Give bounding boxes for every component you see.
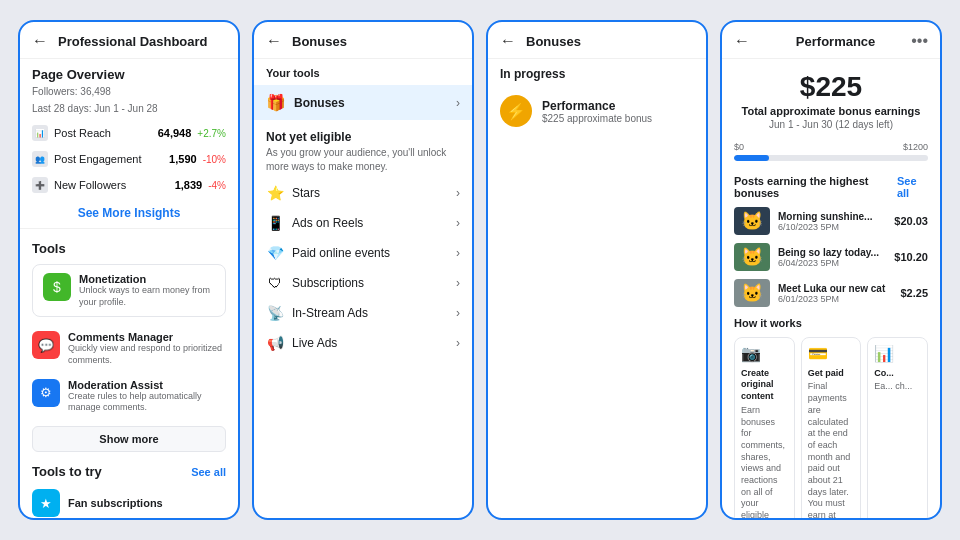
post-date-2: 6/04/2023 5PM [778,258,886,268]
post-reach-change: +2.7% [197,128,226,139]
comments-manager-item[interactable]: 💬 Comments Manager Quickly view and resp… [20,325,238,372]
extra-card-text: Ea... ch... [874,381,921,393]
progress-bar-labels: $0 $1200 [734,142,928,152]
stars-label: Stars [292,186,320,200]
earnings-label: Total approximate bonus earnings [722,105,940,117]
followers-count: Followers: 36,498 [20,84,238,103]
screen-performance: ← Performance ••• $225 Total approximate… [720,20,942,520]
ads-reels-chevron: › [456,216,460,230]
live-ads-item[interactable]: 📢 Live Ads › [254,328,472,358]
paid-events-label: Paid online events [292,246,390,260]
post-date-1: 6/10/2023 5PM [778,222,886,232]
post-amount-2: $10.20 [894,251,928,263]
post-info-3: Meet Luka our new cat 6/01/2023 5PM [778,283,892,304]
instream-left: 📡 In-Stream Ads [266,305,368,321]
performance-progress-item[interactable]: ⚡ Performance $225 approximate bonus [488,85,706,137]
performance-progress-info: Performance $225 approximate bonus [542,99,652,124]
ads-reels-icon: 📱 [266,215,284,231]
tools-title: Tools [32,237,226,260]
create-content-text: Earn bonuses for comments, shares, views… [741,405,788,520]
bonuses-label: Bonuses [294,96,345,110]
moderation-assist-subtitle: Create rules to help automatically manag… [68,391,226,414]
not-eligible-subtitle: As you grow your audience, you'll unlock… [266,146,460,174]
tools-section: Tools $ Monetization Unlock ways to earn… [20,229,238,325]
how-card-create: 📷 Create original content Earn bonuses f… [734,337,795,520]
your-tools-label: Your tools [254,59,472,83]
new-followers-row: ➕ New Followers 1,839 -4% [20,172,238,198]
post-thumb-2: 🐱 [734,243,770,271]
screen-professional-dashboard: ← Professional Dashboard Page Overview F… [18,20,240,520]
post-reach-label: Post Reach [54,127,111,139]
how-card-getpaid: 💳 Get paid Final payments are calculated… [801,337,862,520]
create-content-icon: 📷 [741,344,788,365]
posts-earning-title: Posts earning the highest bonuses [734,175,897,199]
earnings-date: Jun 1 - Jun 30 (12 days left) [722,117,940,138]
post-row-2[interactable]: 🐱 Being so lazy today... 6/04/2023 5PM $… [722,239,940,275]
post-row-1[interactable]: 🐱 Morning sunshine... 6/10/2023 5PM $20.… [722,203,940,239]
new-followers-value: 1,839 [175,179,203,191]
progress-bar-container: $0 $1200 [722,138,940,169]
post-title-1: Morning sunshine... [778,211,886,222]
instream-label: In-Stream Ads [292,306,368,320]
how-it-works-cards: 📷 Create original content Earn bonuses f… [722,333,940,520]
screen3-title: Bonuses [526,34,581,49]
ads-reels-label: Ads on Reels [292,216,363,230]
post-engagement-label: Post Engagement [54,153,141,165]
fan-subscriptions-item[interactable]: ★ Fan subscriptions [20,483,238,520]
moderation-assist-icon: ⚙ [32,379,60,407]
subscriptions-item[interactable]: 🛡 Subscriptions › [254,268,472,298]
stars-item[interactable]: ⭐ Stars › [254,178,472,208]
tools-try-header: Tools to try See all [20,458,238,483]
back-arrow-icon[interactable]: ← [734,32,750,50]
progress-bar-fill [734,155,769,161]
stars-icon: ⭐ [266,185,284,201]
performance-progress-title: Performance [542,99,652,113]
get-paid-icon: 💳 [808,344,855,365]
posts-see-all[interactable]: See all [897,175,928,199]
paid-events-item[interactable]: 💎 Paid online events › [254,238,472,268]
bonuses-active-item[interactable]: 🎁 Bonuses › [254,85,472,120]
see-more-insights-button[interactable]: See More Insights [20,198,238,228]
tools-try-title: Tools to try [32,464,102,479]
ads-reels-left: 📱 Ads on Reels [266,215,363,231]
performance-progress-subtitle: $225 approximate bonus [542,113,652,124]
screen2-title: Bonuses [292,34,347,49]
post-amount-3: $2.25 [900,287,928,299]
subscriptions-left: 🛡 Subscriptions [266,275,364,291]
more-options-icon[interactable]: ••• [911,32,928,50]
new-followers-label: New Followers [54,179,126,191]
subscriptions-label: Subscriptions [292,276,364,290]
instream-ads-item[interactable]: 📡 In-Stream Ads › [254,298,472,328]
progress-bar-start: $0 [734,142,744,152]
subscriptions-chevron: › [456,276,460,290]
paid-events-icon: 💎 [266,245,284,261]
tools-try-see-all[interactable]: See all [191,466,226,478]
post-date-3: 6/01/2023 5PM [778,294,892,304]
ads-on-reels-item[interactable]: 📱 Ads on Reels › [254,208,472,238]
in-progress-label: In progress [488,59,706,85]
live-ads-label: Live Ads [292,336,337,350]
instream-chevron: › [456,306,460,320]
back-arrow-icon[interactable]: ← [500,32,516,50]
live-ads-chevron: › [456,336,460,350]
live-ads-left: 📢 Live Ads [266,335,337,351]
extra-card-title: Co... [874,368,921,380]
subscriptions-icon: 🛡 [266,275,284,291]
chevron-right-icon: › [456,96,460,110]
post-row-3[interactable]: 🐱 Meet Luka our new cat 6/01/2023 5PM $2… [722,275,940,311]
moderation-assist-item[interactable]: ⚙ Moderation Assist Create rules to help… [20,373,238,420]
performance-title: Performance [796,34,875,49]
new-followers-change: -4% [208,180,226,191]
fan-subscriptions-icon: ★ [32,489,60,517]
performance-progress-icon: ⚡ [500,95,532,127]
monetization-card[interactable]: $ Monetization Unlock ways to earn money… [32,264,226,317]
back-arrow-icon[interactable]: ← [32,32,48,50]
post-engagement-change: -10% [203,154,226,165]
show-more-button[interactable]: Show more [32,426,226,452]
extra-card-icon: 📊 [874,344,921,365]
comments-manager-subtitle: Quickly view and respond to prioritized … [68,343,226,366]
progress-bar-track [734,155,928,161]
comments-manager-icon: 💬 [32,331,60,359]
back-arrow-icon[interactable]: ← [266,32,282,50]
comments-manager-title: Comments Manager [68,331,226,343]
